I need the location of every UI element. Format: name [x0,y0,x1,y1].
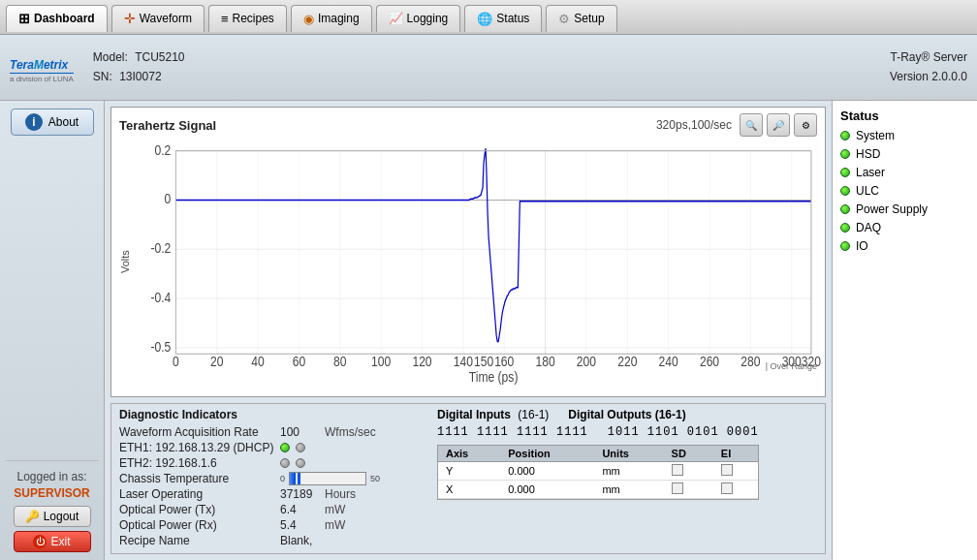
svg-text:100: 100 [371,354,391,370]
navbar: ⊞ Dashboard ✛ Waveform ≡ Recipes ◉ Imagi… [0,0,977,35]
status-label-power-supply: Power Supply [856,202,928,216]
chart-settings-icon[interactable]: ⚙ [794,113,817,137]
digital-outputs-section: Digital Outputs (16-1) [568,408,685,421]
status-led-daq [840,223,850,233]
col-units: Units [594,446,663,462]
sn-value: 13I0072 [119,70,161,83]
diagnostics-area: Diagnostic Indicators Waveform Acquisiti… [110,403,826,554]
axis-table: Axis Position Units SD EI Y [437,445,759,500]
col-ei: EI [713,446,758,462]
chart-search-icon[interactable]: 🔎 [767,113,790,137]
svg-text:-0.2: -0.2 [150,240,171,257]
status-led-io [840,241,850,251]
logout-button[interactable]: 🔑 Logout [14,506,91,527]
chart-zoom-icon[interactable]: 🔍 [740,113,763,137]
brand-sub: a division of LUNA [10,75,74,83]
temp-bar [289,472,366,485]
svg-text:0: 0 [165,191,172,207]
digital-inputs-value: 1111 1111 1111 1111 [437,425,588,439]
tab-dashboard[interactable]: ⊞ Dashboard [6,5,108,32]
model-value: TCU5210 [135,50,184,64]
status-led-ulc [840,186,850,196]
status-label-system: System [856,129,895,142]
chart-icons: 🔍 🔎 ⚙ [740,113,817,137]
status-power-supply: Power Supply [840,202,969,216]
tab-setup[interactable]: ⚙ Setup [546,5,616,32]
status-hsd: HSD [840,147,969,161]
content-area: i About Logged in as: SUPERVISOR 🔑 Logou… [0,101,977,560]
center-area: Terahertz Signal 320ps,100/sec 🔍 🔎 ⚙ Vol… [105,101,832,560]
svg-text:60: 60 [293,354,306,370]
svg-text:240: 240 [659,354,678,370]
eth2-led1 [280,458,290,468]
svg-text:200: 200 [577,354,596,370]
tab-imaging[interactable]: ◉ Imaging [291,5,372,32]
main-area: TeraMetrix a division of LUNA Model: TCU… [0,35,977,560]
status-led-laser [840,168,850,177]
svg-text:-0.5: -0.5 [150,338,171,355]
model-label: Model: [93,50,128,64]
login-area: Logged in as: SUPERVISOR 🔑 Logout ⏻ Exit [6,460,99,560]
status-panel: Status System HSD Laser ULC Power Supply [832,101,977,560]
sn-label: SN: [93,70,112,83]
diag-row-recipe: Recipe Name Blank, [119,534,429,547]
diag-label-rx: Optical Power (Rx) [119,518,274,532]
diag-row-laser: Laser Operating 37189 Hours [119,487,429,501]
logo-area: TeraMetrix a division of LUNA [10,52,74,83]
diag-row-temp: Chassis Temperature 0 50 [119,472,429,485]
eth1-led2 [296,443,305,452]
status-led-system [840,131,850,140]
diag-label-tx: Optical Power (Tx) [119,503,274,516]
eth1-led1 [280,443,290,452]
diag-label-recipe: Recipe Name [119,534,274,547]
svg-text:20: 20 [210,354,224,370]
x-sd-check[interactable] [672,482,683,494]
status-led-hsd [840,149,850,159]
tab-setup-label: Setup [574,12,604,25]
digital-inputs-section: Digital Inputs (16-1) [437,408,549,421]
digital-inputs-title: Digital Inputs [437,408,511,421]
status-led-power-supply [840,204,850,214]
diag-unit-rx: mW [325,518,345,532]
diag-label-eth1: ETH1: 192.168.13.29 (DHCP) [119,441,274,454]
diag-label-waveform: Waveform Acquisition Rate [119,425,274,439]
diag-value-recipe: Blank, [280,534,319,547]
diag-row-waveform: Waveform Acquisition Rate 100 Wfms/sec [119,425,429,439]
waveform-icon: ✛ [124,11,136,26]
diag-unit-laser: Hours [325,487,356,501]
svg-text:80: 80 [333,354,347,370]
row-y-units: mm [594,462,663,481]
col-sd: SD [664,446,713,462]
status-io: IO [840,239,969,253]
tab-waveform[interactable]: ✛ Waveform [111,5,205,32]
setup-icon: ⚙ [558,12,570,26]
chart-wrapper: Volts [115,139,821,385]
y-axis-label: Volts [115,139,135,385]
row-x-units: mm [594,481,663,499]
tab-imaging-label: Imaging [318,12,360,25]
tab-status-label: Status [496,12,529,25]
temp-bar-fill [290,473,296,484]
y-sd-check[interactable] [672,464,683,476]
about-button[interactable]: i About [11,109,94,136]
status-system: System [840,129,969,142]
tab-recipes[interactable]: ≡ Recipes [208,5,287,32]
power-icon: ⏻ [33,535,47,548]
diag-label-laser: Laser Operating [119,487,274,501]
x-ei-check[interactable] [721,482,733,494]
tab-logging[interactable]: 📈 Logging [376,5,461,32]
temp-bar-container: 0 50 [280,472,380,485]
y-ei-check[interactable] [721,464,733,476]
exit-button[interactable]: ⏻ Exit [14,531,91,552]
svg-text:150: 150 [474,354,493,370]
table-row: Y 0.000 mm [438,462,758,481]
status-label-ulc: ULC [856,184,879,198]
tab-status[interactable]: 🌐 Status [464,5,542,32]
temp-max: 50 [370,474,380,483]
diag-value-waveform: 100 [280,425,319,439]
diag-row-eth1: ETH1: 192.168.13.29 (DHCP) [119,441,429,454]
temp-min: 0 [280,474,285,483]
server-version: Version 2.0.0.0 [890,68,967,86]
diag-unit-waveform: Wfms/sec [325,425,376,439]
row-x-ei [713,481,758,499]
